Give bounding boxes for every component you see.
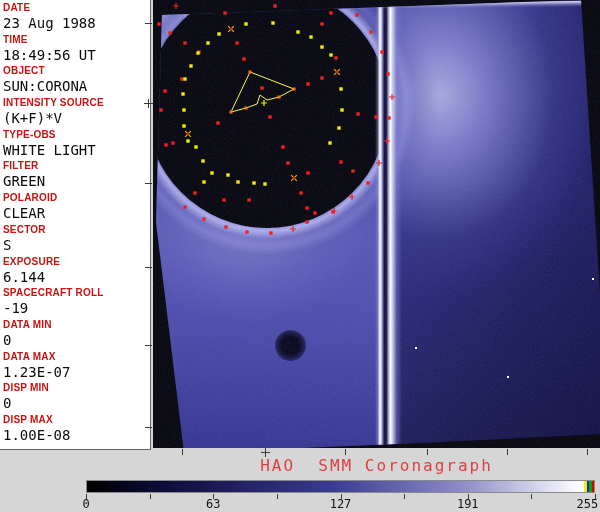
red-marker-dot xyxy=(334,56,337,59)
yellow-marker-dot xyxy=(296,30,299,33)
field-value: 0 xyxy=(3,394,150,412)
yellow-marker-dot xyxy=(202,180,205,183)
field-label: DATA MAX xyxy=(3,351,150,363)
sidebar-field: EXPOSURE6.144 xyxy=(3,256,150,288)
colorbar-tick-label: 0 xyxy=(82,497,89,511)
coronagraph-image-canvas xyxy=(153,0,600,448)
red-marker-dot xyxy=(366,181,369,184)
field-label: SECTOR xyxy=(3,224,150,236)
field-value: 6.144 xyxy=(3,268,150,286)
red-marker-dot xyxy=(223,11,226,14)
red-marker-dot xyxy=(313,211,316,214)
yellow-marker-dot xyxy=(186,139,189,142)
red-marker-dot xyxy=(305,206,308,209)
sidebar-field: DATE23 Aug 1988 xyxy=(3,2,150,34)
red-marker-dot xyxy=(245,230,248,233)
yellow-marker-dot xyxy=(309,35,312,38)
red-marker-dot xyxy=(183,205,186,208)
red-marker-dot xyxy=(180,77,183,80)
yellow-marker-dot xyxy=(210,171,213,174)
red-marker-dot xyxy=(247,198,250,201)
axis-tick xyxy=(265,448,266,457)
sidebar-field: INTENSITY SOURCE(K+F)*V xyxy=(3,97,150,129)
field-value: GREEN xyxy=(3,172,150,190)
orange-x-center xyxy=(293,177,295,179)
yellow-marker-dot xyxy=(183,77,186,80)
orange-x-center xyxy=(230,28,232,30)
red-marker-dot xyxy=(339,160,342,163)
red-marker-dot xyxy=(380,50,383,53)
red-plus-marker xyxy=(376,160,382,166)
yellow-marker-dot xyxy=(339,87,342,90)
yellow-marker-dot xyxy=(189,64,192,67)
polygon-vertex-marker xyxy=(230,111,233,114)
field-label: DATE xyxy=(3,2,150,14)
red-marker-dot xyxy=(386,72,389,75)
red-marker-dot xyxy=(387,116,390,119)
colorbar-tick-label: 63 xyxy=(206,497,220,511)
annotation-overlay xyxy=(153,0,600,448)
yellow-marker-dot xyxy=(263,182,266,185)
sector-polygon xyxy=(231,72,294,112)
red-marker-dot xyxy=(157,22,160,25)
red-marker-dot xyxy=(242,57,245,60)
axis-tick xyxy=(587,449,588,455)
polygon-vertex-marker xyxy=(278,96,281,99)
field-value: SUN:CORONA xyxy=(3,77,150,95)
red-marker-dot xyxy=(202,217,205,220)
sidebar-field: SPACECRAFT ROLL-19 xyxy=(3,287,150,319)
field-label: SPACECRAFT ROLL xyxy=(3,287,150,299)
red-marker-dot xyxy=(320,76,323,79)
field-label: OBJECT xyxy=(3,65,150,77)
sidebar-field: TIME18:49:56 UT xyxy=(3,34,150,66)
yellow-plus-marker xyxy=(261,100,267,106)
polygon-vertex-marker xyxy=(245,107,248,110)
red-marker-dot xyxy=(286,161,289,164)
axis-tick xyxy=(507,449,508,455)
yellow-marker-dot xyxy=(181,92,184,95)
colorbar-tick-label: 255 xyxy=(577,497,599,511)
red-marker-dot xyxy=(369,30,372,33)
axis-tick xyxy=(145,23,152,24)
yellow-marker-dot xyxy=(182,124,185,127)
red-marker-dot xyxy=(356,112,359,115)
red-marker-dot xyxy=(235,41,238,44)
yellow-marker-dot xyxy=(217,32,220,35)
red-marker-dot xyxy=(320,22,323,25)
yellow-marker-dot xyxy=(182,108,185,111)
red-marker-dot xyxy=(305,220,308,223)
axis-tick xyxy=(148,99,149,108)
field-value: 18:49:56 UT xyxy=(3,46,150,64)
axis-tick xyxy=(150,494,151,499)
metadata-sidebar: DATE23 Aug 1988TIME18:49:56 UTOBJECTSUN:… xyxy=(0,0,151,450)
orange-x-center xyxy=(336,71,338,73)
yellow-marker-dot xyxy=(329,53,332,56)
yellow-marker-dot xyxy=(271,21,274,24)
field-label: POLAROID xyxy=(3,192,150,204)
red-plus-marker xyxy=(349,194,355,200)
colorbar xyxy=(86,480,595,493)
yellow-marker-dot xyxy=(252,181,255,184)
field-value: CLEAR xyxy=(3,204,150,222)
yellow-marker-dot xyxy=(328,141,331,144)
red-marker-dot xyxy=(164,143,167,146)
red-marker-dot xyxy=(374,115,377,118)
field-label: TIME xyxy=(3,34,150,46)
red-marker-dot xyxy=(268,115,271,118)
yellow-marker-dot xyxy=(194,145,197,148)
red-marker-dot xyxy=(281,145,284,148)
yellow-marker-dot xyxy=(244,22,247,25)
sidebar-field: POLAROIDCLEAR xyxy=(3,192,150,224)
sidebar-field: TYPE-OBSWHITE LIGHT xyxy=(3,129,150,161)
sidebar-field: SECTORS xyxy=(3,224,150,256)
red-marker-dot xyxy=(306,171,309,174)
colorbar-tick-label: 127 xyxy=(330,497,352,511)
red-marker-dot xyxy=(159,108,162,111)
sidebar-field: DISP MAX1.00E-08 xyxy=(3,414,150,446)
field-value: 1.00E-08 xyxy=(3,426,150,444)
yellow-marker-dot xyxy=(206,41,209,44)
red-marker-dot xyxy=(224,225,227,228)
sidebar-field: DATA MAX1.23E-07 xyxy=(3,351,150,383)
red-marker-dot xyxy=(329,11,332,14)
red-marker-dot xyxy=(222,198,225,201)
